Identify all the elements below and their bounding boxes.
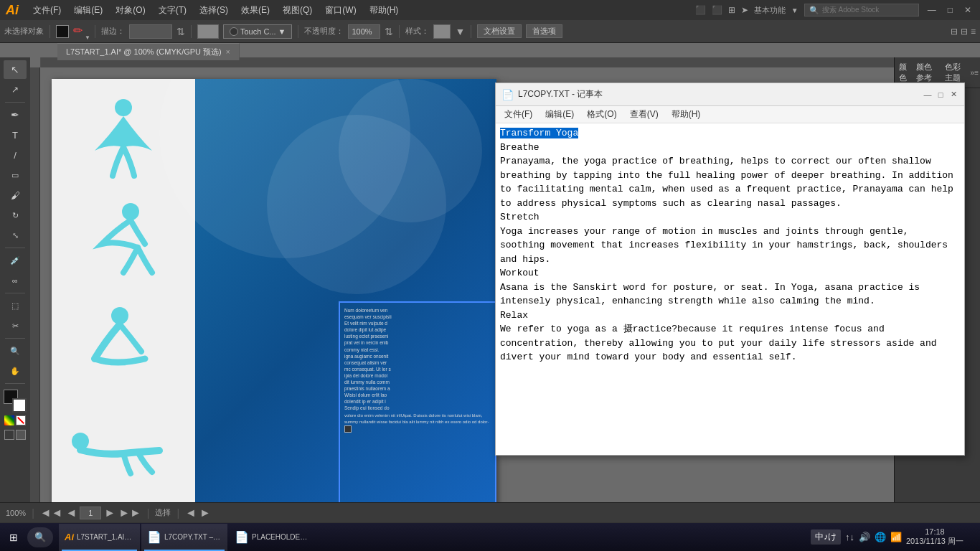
more-options-icon[interactable]: ≡ xyxy=(971,27,976,37)
notepad-line-10: We refer to yoga as a 摄ractice?because i… xyxy=(500,324,885,334)
tray-icon-2[interactable]: 🔊 xyxy=(859,532,870,542)
mask-mode[interactable] xyxy=(16,430,26,440)
prev-page-btn[interactable]: ◄◄ xyxy=(40,507,63,519)
shape-tool[interactable]: ▭ xyxy=(4,166,27,184)
select-tool[interactable]: ↖ xyxy=(4,60,27,79)
touch-dropdown-icon[interactable]: ▼ xyxy=(278,27,286,36)
start-button[interactable]: ⊞ xyxy=(3,527,24,548)
tool-separator-5 xyxy=(5,383,25,384)
menu-effect[interactable]: 效果(E) xyxy=(235,3,275,18)
tab-close-button[interactable]: × xyxy=(226,48,230,56)
notepad-line-4: to address physical symptoms such as cle… xyxy=(500,198,842,209)
artboard-prev[interactable]: ◄ xyxy=(185,507,197,519)
taskbar-search[interactable]: 🔍 xyxy=(27,527,53,547)
notepad-menu-help[interactable]: 帮助(H) xyxy=(666,107,707,122)
artboard-tool[interactable]: ⬚ xyxy=(4,296,27,315)
notepad-menu-view[interactable]: 查看(V) xyxy=(624,107,664,122)
yoga-figure-2 xyxy=(73,194,174,280)
color-swatch[interactable] xyxy=(197,24,219,39)
tray-icon-1[interactable]: ↑↓ xyxy=(845,532,854,542)
document-tab[interactable]: L7START_1.AI* @ 100% (CMYK/GPU 预选) × xyxy=(57,43,240,60)
menu-select[interactable]: 选择(S) xyxy=(194,3,234,18)
color-tools xyxy=(2,390,28,413)
type-tool[interactable]: T xyxy=(4,126,27,144)
taskbar-notepad-underline xyxy=(144,550,225,551)
blend-tool[interactable]: ∞ xyxy=(4,271,27,290)
rotate-tool[interactable]: ↻ xyxy=(4,206,27,225)
doc-settings-button[interactable]: 文档设置 xyxy=(477,24,522,38)
menu-window[interactable]: 窗口(W) xyxy=(319,3,362,18)
direct-select-tool[interactable]: ↗ xyxy=(4,80,27,99)
scale-tool[interactable]: ⤡ xyxy=(4,226,27,245)
zoom-display[interactable]: 100% xyxy=(6,509,26,517)
menu-object[interactable]: 对象(O) xyxy=(110,3,151,18)
taskbar-item-placeholder[interactable]: 📄 PLACEHOLDER.TX... xyxy=(229,524,315,551)
preferences-button[interactable]: 首选项 xyxy=(526,24,562,38)
normal-mode[interactable] xyxy=(4,430,14,440)
opacity-arrows[interactable]: ⇅ xyxy=(385,26,393,37)
minimize-button[interactable]: — xyxy=(925,5,939,15)
ime-box[interactable]: 中♪け xyxy=(811,529,841,545)
menu-view[interactable]: 视图(Q) xyxy=(277,3,318,18)
taskbar-item-notepad[interactable]: 📄 L7COPY.TXT – 记... xyxy=(141,524,227,551)
zoom-tool[interactable]: 🔍 xyxy=(4,342,27,360)
next-page-btn[interactable]: ►► xyxy=(118,507,141,519)
tray-icon-4[interactable]: 📶 xyxy=(890,532,902,542)
menu-bar: Ai 文件(F) 编辑(E) 对象(O) 文字(T) 选择(S) 效果(E) 视… xyxy=(0,0,980,20)
pen-tool[interactable]: ✒ xyxy=(4,105,27,124)
style-dropdown-icon[interactable]: ▼ xyxy=(455,26,465,37)
style-swatch[interactable] xyxy=(433,24,451,39)
pen-tool-icon[interactable]: ✏ ▼ xyxy=(73,24,89,39)
ai-status-bar: 100% | ◄◄ ◄ ► ►► | 选择 | ◄ ► xyxy=(0,502,980,522)
menu-edit[interactable]: 编辑(E) xyxy=(68,3,108,18)
menu-text[interactable]: 文字(T) xyxy=(153,3,192,18)
prev-btn[interactable]: ◄ xyxy=(65,507,77,519)
menu-help[interactable]: 帮助(H) xyxy=(364,3,405,18)
menu-file[interactable]: 文件(F) xyxy=(27,3,67,18)
panel-menu-icon[interactable]: ≡ xyxy=(974,69,979,77)
clock-date: 2013/11/13 周一 xyxy=(906,536,963,547)
artboard-next[interactable]: ► xyxy=(199,507,211,519)
text-line-9: consequat alisim ver xyxy=(344,360,387,365)
notepad-icon: 📄 xyxy=(501,89,514,100)
paint-tool[interactable]: 🖌 xyxy=(4,186,27,204)
taskbar-items: Ai L7START_1.AI* @... 📄 L7COPY.TXT – 记..… xyxy=(59,524,315,551)
notepad-minimize[interactable]: — xyxy=(923,90,933,100)
eyedropper-tool[interactable]: 💉 xyxy=(4,251,27,270)
panel-color-ref-tab[interactable]: 颜色参考 xyxy=(913,60,942,85)
none-mode-icon[interactable] xyxy=(16,415,26,425)
workspace-dropdown-icon[interactable]: ▼ xyxy=(791,6,798,14)
arrow-icon: ➤ xyxy=(741,5,748,15)
line-tool[interactable]: / xyxy=(4,146,27,164)
notepad-menu-file[interactable]: 文件(F) xyxy=(499,107,538,122)
clock[interactable]: 17:18 2013/11/13 周一 xyxy=(906,527,963,547)
notepad-menu-edit[interactable]: 编辑(E) xyxy=(540,107,580,122)
panel-color-theme-tab[interactable]: 色彩主题 xyxy=(942,60,971,85)
stroke-arrows[interactable]: ⇅ xyxy=(176,26,185,37)
slice-tool[interactable]: ✂ xyxy=(4,316,27,335)
color-mode-icon[interactable] xyxy=(4,415,14,425)
text-line-17: volore dio enim velenim nit irilUtpat. D… xyxy=(344,413,482,418)
restore-button[interactable]: □ xyxy=(945,5,956,15)
notepad-restore[interactable]: □ xyxy=(936,90,946,100)
panel-color-tab[interactable]: 颜色 xyxy=(896,60,913,85)
taskbar-item-illustrator[interactable]: Ai L7START_1.AI* @... xyxy=(59,524,140,551)
page-input[interactable] xyxy=(80,507,101,519)
opacity-input[interactable] xyxy=(348,24,380,39)
notepad-menu-format[interactable]: 格式(O) xyxy=(581,107,622,122)
tray-icon-3[interactable]: 🌐 xyxy=(875,532,886,542)
search-stock[interactable]: 🔍 搜索 Adobe Stock xyxy=(804,4,919,17)
notepad-close[interactable]: ✕ xyxy=(948,90,958,100)
fill-color[interactable] xyxy=(56,25,69,38)
next-btn[interactable]: ► xyxy=(104,507,116,519)
stroke-input[interactable] xyxy=(129,24,172,39)
stroke-box[interactable] xyxy=(12,398,27,413)
text-line-7: commy niat essi. xyxy=(344,347,379,352)
notepad-line-11: concentration, thereby allowing you to p… xyxy=(500,338,937,349)
notepad-content[interactable]: Transform Yoga Breathe Pranayama, the yo… xyxy=(496,123,964,455)
tool-separator-2 xyxy=(5,248,25,248)
touch-button[interactable]: Touch C... ▼ xyxy=(223,24,292,39)
hand-tool[interactable]: ✋ xyxy=(4,362,27,380)
workspace-label[interactable]: 基本功能 xyxy=(754,5,786,16)
close-button[interactable]: ✕ xyxy=(961,5,974,15)
